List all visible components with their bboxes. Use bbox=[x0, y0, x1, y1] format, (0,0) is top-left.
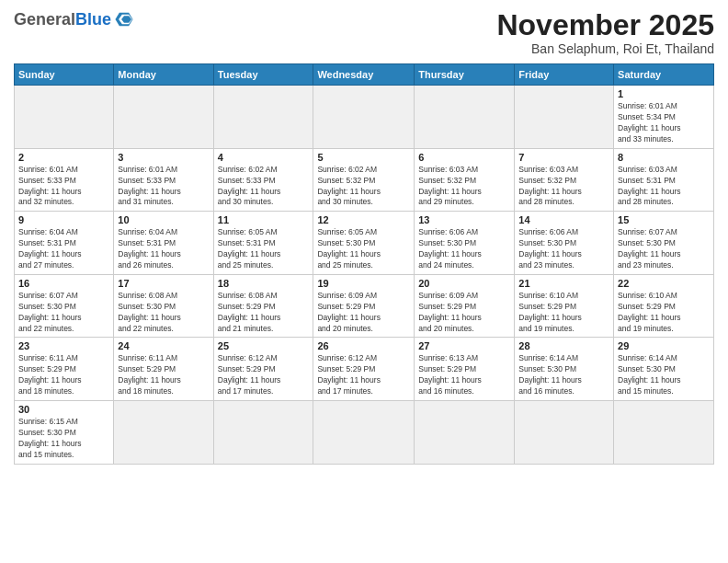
logo-blue: Blue bbox=[75, 11, 111, 28]
day-number: 11 bbox=[218, 214, 310, 225]
month-title: November 2025 bbox=[496, 9, 714, 41]
day-info: Sunrise: 6:04 AM Sunset: 5:31 PM Dayligh… bbox=[18, 227, 109, 271]
header: GeneralBlue November 2025 Ban Selaphum, … bbox=[14, 9, 714, 56]
day-number: 20 bbox=[418, 278, 510, 289]
day-number: 28 bbox=[518, 340, 609, 351]
day-info: Sunrise: 6:01 AM Sunset: 5:33 PM Dayligh… bbox=[18, 165, 109, 209]
day-info: Sunrise: 6:14 AM Sunset: 5:30 PM Dayligh… bbox=[618, 353, 710, 397]
weekday-tuesday: Tuesday bbox=[213, 64, 313, 86]
day-info: Sunrise: 6:06 AM Sunset: 5:30 PM Dayligh… bbox=[418, 227, 510, 271]
day-info: Sunrise: 6:01 AM Sunset: 5:34 PM Dayligh… bbox=[618, 101, 710, 145]
day-number: 3 bbox=[118, 152, 209, 163]
day-info: Sunrise: 6:11 AM Sunset: 5:29 PM Dayligh… bbox=[18, 353, 109, 397]
day-info: Sunrise: 6:10 AM Sunset: 5:29 PM Dayligh… bbox=[618, 291, 710, 335]
day-info: Sunrise: 6:01 AM Sunset: 5:33 PM Dayligh… bbox=[118, 165, 209, 209]
day-number: 9 bbox=[18, 214, 109, 225]
day-info: Sunrise: 6:10 AM Sunset: 5:29 PM Dayligh… bbox=[518, 291, 609, 335]
day-info: Sunrise: 6:15 AM Sunset: 5:30 PM Dayligh… bbox=[18, 417, 109, 461]
day-number: 4 bbox=[218, 152, 310, 163]
day-info: Sunrise: 6:12 AM Sunset: 5:29 PM Dayligh… bbox=[218, 353, 310, 397]
day-info: Sunrise: 6:05 AM Sunset: 5:30 PM Dayligh… bbox=[317, 227, 410, 271]
day-number: 1 bbox=[618, 88, 710, 99]
weekday-friday: Friday bbox=[515, 64, 614, 86]
weekday-monday: Monday bbox=[114, 64, 213, 86]
day-info: Sunrise: 6:09 AM Sunset: 5:29 PM Dayligh… bbox=[317, 291, 410, 335]
day-info: Sunrise: 6:13 AM Sunset: 5:29 PM Dayligh… bbox=[418, 353, 510, 397]
day-number: 27 bbox=[418, 340, 510, 351]
logo-icon bbox=[114, 9, 134, 29]
day-number: 23 bbox=[18, 340, 109, 351]
day-info: Sunrise: 6:14 AM Sunset: 5:30 PM Dayligh… bbox=[518, 353, 609, 397]
page: GeneralBlue November 2025 Ban Selaphum, … bbox=[0, 0, 728, 563]
day-number: 15 bbox=[618, 214, 710, 225]
day-info: Sunrise: 6:11 AM Sunset: 5:29 PM Dayligh… bbox=[118, 353, 209, 397]
day-number: 19 bbox=[317, 278, 410, 289]
day-info: Sunrise: 6:07 AM Sunset: 5:30 PM Dayligh… bbox=[18, 291, 109, 335]
day-info: Sunrise: 6:09 AM Sunset: 5:29 PM Dayligh… bbox=[418, 291, 510, 335]
day-info: Sunrise: 6:03 AM Sunset: 5:31 PM Dayligh… bbox=[618, 165, 710, 209]
title-area: November 2025 Ban Selaphum, Roi Et, Thai… bbox=[496, 9, 714, 56]
day-number: 26 bbox=[317, 340, 410, 351]
day-info: Sunrise: 6:08 AM Sunset: 5:29 PM Dayligh… bbox=[218, 291, 310, 335]
subtitle: Ban Selaphum, Roi Et, Thailand bbox=[496, 41, 714, 56]
day-info: Sunrise: 6:02 AM Sunset: 5:32 PM Dayligh… bbox=[317, 165, 410, 209]
weekday-sunday: Sunday bbox=[15, 64, 114, 86]
day-number: 10 bbox=[118, 214, 209, 225]
day-number: 29 bbox=[618, 340, 710, 351]
day-info: Sunrise: 6:02 AM Sunset: 5:33 PM Dayligh… bbox=[218, 165, 310, 209]
day-number: 24 bbox=[118, 340, 209, 351]
day-info: Sunrise: 6:05 AM Sunset: 5:31 PM Dayligh… bbox=[218, 227, 310, 271]
logo-general: General bbox=[14, 11, 75, 28]
day-number: 21 bbox=[518, 278, 609, 289]
calendar: Sunday Monday Tuesday Wednesday Thursday… bbox=[14, 63, 714, 464]
day-number: 6 bbox=[418, 152, 510, 163]
day-info: Sunrise: 6:04 AM Sunset: 5:31 PM Dayligh… bbox=[118, 227, 209, 271]
day-number: 25 bbox=[218, 340, 310, 351]
day-number: 18 bbox=[218, 278, 310, 289]
day-info: Sunrise: 6:03 AM Sunset: 5:32 PM Dayligh… bbox=[518, 165, 609, 209]
day-number: 7 bbox=[518, 152, 609, 163]
logo: GeneralBlue bbox=[14, 9, 134, 29]
weekday-wednesday: Wednesday bbox=[313, 64, 415, 86]
day-info: Sunrise: 6:12 AM Sunset: 5:29 PM Dayligh… bbox=[317, 353, 410, 397]
day-number: 12 bbox=[317, 214, 410, 225]
day-number: 17 bbox=[118, 278, 209, 289]
day-number: 2 bbox=[18, 152, 109, 163]
day-number: 14 bbox=[518, 214, 609, 225]
day-number: 8 bbox=[618, 152, 710, 163]
day-number: 30 bbox=[18, 404, 109, 415]
day-number: 16 bbox=[18, 278, 109, 289]
day-number: 22 bbox=[618, 278, 710, 289]
day-info: Sunrise: 6:07 AM Sunset: 5:30 PM Dayligh… bbox=[618, 227, 710, 271]
day-info: Sunrise: 6:06 AM Sunset: 5:30 PM Dayligh… bbox=[518, 227, 609, 271]
weekday-saturday: Saturday bbox=[614, 64, 714, 86]
day-info: Sunrise: 6:08 AM Sunset: 5:30 PM Dayligh… bbox=[118, 291, 209, 335]
day-number: 13 bbox=[418, 214, 510, 225]
weekday-thursday: Thursday bbox=[415, 64, 515, 86]
day-number: 5 bbox=[317, 152, 410, 163]
day-info: Sunrise: 6:03 AM Sunset: 5:32 PM Dayligh… bbox=[418, 165, 510, 209]
